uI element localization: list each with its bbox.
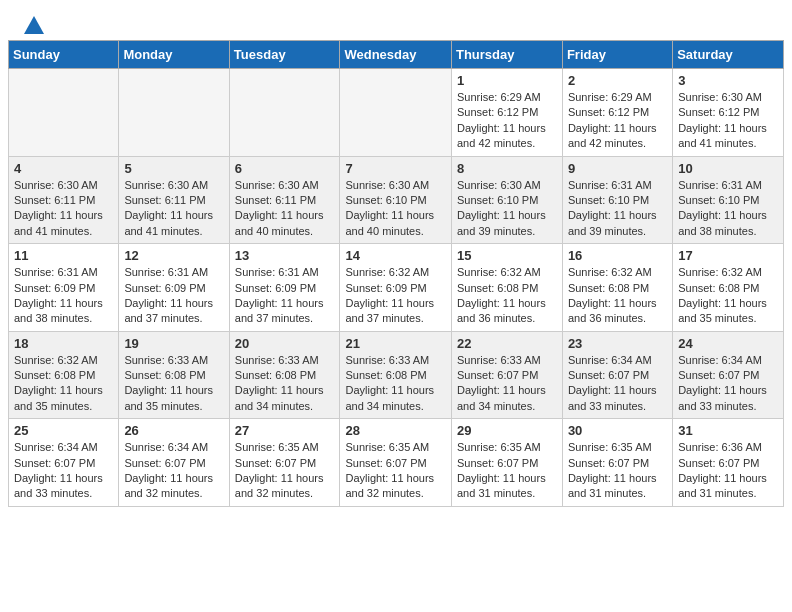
calendar-day-cell: 10Sunrise: 6:31 AM Sunset: 6:10 PM Dayli… xyxy=(673,156,784,244)
calendar-week-row: 11Sunrise: 6:31 AM Sunset: 6:09 PM Dayli… xyxy=(9,244,784,332)
day-info: Sunrise: 6:32 AM Sunset: 6:09 PM Dayligh… xyxy=(345,265,446,327)
calendar-day-cell: 22Sunrise: 6:33 AM Sunset: 6:07 PM Dayli… xyxy=(451,331,562,419)
logo xyxy=(20,16,44,36)
day-number: 4 xyxy=(14,161,113,176)
calendar-day-cell: 30Sunrise: 6:35 AM Sunset: 6:07 PM Dayli… xyxy=(562,419,672,507)
calendar-day-cell: 9Sunrise: 6:31 AM Sunset: 6:10 PM Daylig… xyxy=(562,156,672,244)
day-info: Sunrise: 6:31 AM Sunset: 6:10 PM Dayligh… xyxy=(568,178,667,240)
day-number: 5 xyxy=(124,161,223,176)
day-info: Sunrise: 6:32 AM Sunset: 6:08 PM Dayligh… xyxy=(14,353,113,415)
day-info: Sunrise: 6:33 AM Sunset: 6:08 PM Dayligh… xyxy=(345,353,446,415)
calendar-week-row: 25Sunrise: 6:34 AM Sunset: 6:07 PM Dayli… xyxy=(9,419,784,507)
day-info: Sunrise: 6:33 AM Sunset: 6:07 PM Dayligh… xyxy=(457,353,557,415)
day-info: Sunrise: 6:29 AM Sunset: 6:12 PM Dayligh… xyxy=(568,90,667,152)
day-info: Sunrise: 6:30 AM Sunset: 6:11 PM Dayligh… xyxy=(124,178,223,240)
day-info: Sunrise: 6:30 AM Sunset: 6:10 PM Dayligh… xyxy=(345,178,446,240)
day-info: Sunrise: 6:33 AM Sunset: 6:08 PM Dayligh… xyxy=(124,353,223,415)
calendar-day-cell: 12Sunrise: 6:31 AM Sunset: 6:09 PM Dayli… xyxy=(119,244,229,332)
day-info: Sunrise: 6:30 AM Sunset: 6:11 PM Dayligh… xyxy=(14,178,113,240)
calendar-day-cell: 5Sunrise: 6:30 AM Sunset: 6:11 PM Daylig… xyxy=(119,156,229,244)
day-info: Sunrise: 6:34 AM Sunset: 6:07 PM Dayligh… xyxy=(14,440,113,502)
day-number: 27 xyxy=(235,423,335,438)
calendar-day-cell: 14Sunrise: 6:32 AM Sunset: 6:09 PM Dayli… xyxy=(340,244,452,332)
calendar-day-cell xyxy=(340,69,452,157)
calendar-week-row: 4Sunrise: 6:30 AM Sunset: 6:11 PM Daylig… xyxy=(9,156,784,244)
day-number: 14 xyxy=(345,248,446,263)
day-number: 15 xyxy=(457,248,557,263)
calendar-day-cell: 11Sunrise: 6:31 AM Sunset: 6:09 PM Dayli… xyxy=(9,244,119,332)
day-info: Sunrise: 6:31 AM Sunset: 6:09 PM Dayligh… xyxy=(124,265,223,327)
day-info: Sunrise: 6:30 AM Sunset: 6:11 PM Dayligh… xyxy=(235,178,335,240)
calendar-day-cell: 3Sunrise: 6:30 AM Sunset: 6:12 PM Daylig… xyxy=(673,69,784,157)
day-number: 17 xyxy=(678,248,778,263)
calendar-day-cell: 29Sunrise: 6:35 AM Sunset: 6:07 PM Dayli… xyxy=(451,419,562,507)
calendar-day-cell: 7Sunrise: 6:30 AM Sunset: 6:10 PM Daylig… xyxy=(340,156,452,244)
calendar-day-header: Sunday xyxy=(9,41,119,69)
calendar-day-header: Friday xyxy=(562,41,672,69)
calendar-day-cell: 26Sunrise: 6:34 AM Sunset: 6:07 PM Dayli… xyxy=(119,419,229,507)
day-number: 12 xyxy=(124,248,223,263)
day-info: Sunrise: 6:34 AM Sunset: 6:07 PM Dayligh… xyxy=(568,353,667,415)
day-number: 7 xyxy=(345,161,446,176)
calendar-day-header: Wednesday xyxy=(340,41,452,69)
calendar-day-cell: 27Sunrise: 6:35 AM Sunset: 6:07 PM Dayli… xyxy=(229,419,340,507)
day-info: Sunrise: 6:35 AM Sunset: 6:07 PM Dayligh… xyxy=(345,440,446,502)
calendar-day-cell: 8Sunrise: 6:30 AM Sunset: 6:10 PM Daylig… xyxy=(451,156,562,244)
calendar-week-row: 18Sunrise: 6:32 AM Sunset: 6:08 PM Dayli… xyxy=(9,331,784,419)
day-info: Sunrise: 6:31 AM Sunset: 6:10 PM Dayligh… xyxy=(678,178,778,240)
calendar-day-cell: 19Sunrise: 6:33 AM Sunset: 6:08 PM Dayli… xyxy=(119,331,229,419)
calendar-wrapper: SundayMondayTuesdayWednesdayThursdayFrid… xyxy=(0,40,792,515)
day-number: 31 xyxy=(678,423,778,438)
day-number: 1 xyxy=(457,73,557,88)
calendar-day-cell xyxy=(9,69,119,157)
day-info: Sunrise: 6:35 AM Sunset: 6:07 PM Dayligh… xyxy=(457,440,557,502)
calendar-day-cell: 2Sunrise: 6:29 AM Sunset: 6:12 PM Daylig… xyxy=(562,69,672,157)
calendar-day-cell: 20Sunrise: 6:33 AM Sunset: 6:08 PM Dayli… xyxy=(229,331,340,419)
day-info: Sunrise: 6:36 AM Sunset: 6:07 PM Dayligh… xyxy=(678,440,778,502)
calendar-day-header: Tuesday xyxy=(229,41,340,69)
day-info: Sunrise: 6:35 AM Sunset: 6:07 PM Dayligh… xyxy=(235,440,335,502)
day-info: Sunrise: 6:34 AM Sunset: 6:07 PM Dayligh… xyxy=(678,353,778,415)
day-number: 8 xyxy=(457,161,557,176)
day-info: Sunrise: 6:32 AM Sunset: 6:08 PM Dayligh… xyxy=(457,265,557,327)
calendar-day-cell: 25Sunrise: 6:34 AM Sunset: 6:07 PM Dayli… xyxy=(9,419,119,507)
day-number: 22 xyxy=(457,336,557,351)
calendar-day-cell xyxy=(119,69,229,157)
day-number: 11 xyxy=(14,248,113,263)
day-number: 30 xyxy=(568,423,667,438)
calendar-day-cell: 4Sunrise: 6:30 AM Sunset: 6:11 PM Daylig… xyxy=(9,156,119,244)
day-number: 2 xyxy=(568,73,667,88)
day-info: Sunrise: 6:32 AM Sunset: 6:08 PM Dayligh… xyxy=(678,265,778,327)
calendar-day-header: Thursday xyxy=(451,41,562,69)
calendar-day-cell: 31Sunrise: 6:36 AM Sunset: 6:07 PM Dayli… xyxy=(673,419,784,507)
day-number: 28 xyxy=(345,423,446,438)
day-info: Sunrise: 6:30 AM Sunset: 6:10 PM Dayligh… xyxy=(457,178,557,240)
calendar-day-cell: 18Sunrise: 6:32 AM Sunset: 6:08 PM Dayli… xyxy=(9,331,119,419)
day-number: 18 xyxy=(14,336,113,351)
day-number: 13 xyxy=(235,248,335,263)
day-number: 24 xyxy=(678,336,778,351)
calendar-day-cell: 15Sunrise: 6:32 AM Sunset: 6:08 PM Dayli… xyxy=(451,244,562,332)
day-info: Sunrise: 6:34 AM Sunset: 6:07 PM Dayligh… xyxy=(124,440,223,502)
calendar-day-cell: 17Sunrise: 6:32 AM Sunset: 6:08 PM Dayli… xyxy=(673,244,784,332)
page-header xyxy=(0,0,792,40)
day-number: 21 xyxy=(345,336,446,351)
day-number: 10 xyxy=(678,161,778,176)
day-number: 3 xyxy=(678,73,778,88)
calendar-day-cell: 28Sunrise: 6:35 AM Sunset: 6:07 PM Dayli… xyxy=(340,419,452,507)
day-info: Sunrise: 6:32 AM Sunset: 6:08 PM Dayligh… xyxy=(568,265,667,327)
calendar-table: SundayMondayTuesdayWednesdayThursdayFrid… xyxy=(8,40,784,507)
day-info: Sunrise: 6:31 AM Sunset: 6:09 PM Dayligh… xyxy=(14,265,113,327)
day-number: 16 xyxy=(568,248,667,263)
calendar-day-cell: 21Sunrise: 6:33 AM Sunset: 6:08 PM Dayli… xyxy=(340,331,452,419)
calendar-day-cell: 1Sunrise: 6:29 AM Sunset: 6:12 PM Daylig… xyxy=(451,69,562,157)
day-info: Sunrise: 6:31 AM Sunset: 6:09 PM Dayligh… xyxy=(235,265,335,327)
calendar-header-row: SundayMondayTuesdayWednesdayThursdayFrid… xyxy=(9,41,784,69)
logo-triangle-icon xyxy=(24,16,44,34)
day-info: Sunrise: 6:30 AM Sunset: 6:12 PM Dayligh… xyxy=(678,90,778,152)
day-number: 25 xyxy=(14,423,113,438)
calendar-day-cell: 16Sunrise: 6:32 AM Sunset: 6:08 PM Dayli… xyxy=(562,244,672,332)
day-number: 23 xyxy=(568,336,667,351)
calendar-day-cell: 6Sunrise: 6:30 AM Sunset: 6:11 PM Daylig… xyxy=(229,156,340,244)
calendar-day-cell xyxy=(229,69,340,157)
